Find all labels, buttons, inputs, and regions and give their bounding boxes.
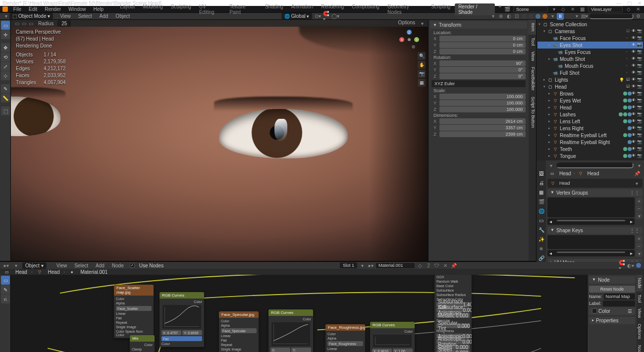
node-name-input[interactable]: Normal Map [604,294,635,300]
filter-icon[interactable]: ⚙ [635,13,642,20]
gizmo-toggle-icon[interactable]: ⊕ [497,13,504,20]
viewlayer-new-icon[interactable]: ◇ [625,6,632,13]
proptab-viewlayer[interactable]: ▦ [537,188,546,197]
ne-side-header[interactable]: ▼Node [589,276,635,284]
tree-cam-fullshot[interactable]: 📹Full Shot◦👁📷 [537,69,643,76]
dim-y-input[interactable]: 3357 cm [439,125,526,131]
vg-header[interactable]: ▼Vertex Groups⋮⋮ [547,189,643,197]
tree-cam-eyesfocus[interactable]: 📹Eyes Focus◦👁📷 [537,49,643,55]
transform-panel-header[interactable]: ▼ Transform [430,21,527,29]
gizmo-neg-icon[interactable] [412,45,415,49]
rotation-mode-selector[interactable]: XYZ Euler [431,80,526,87]
node-rgb-curve-1[interactable]: RGB Curves Color X: 0.4757Y: 0.8935 Fac … [160,292,204,347]
rot-y-input[interactable]: 0° [439,67,526,73]
tree-cam-mouthfocus[interactable]: 📹Mouth Focus◦👁📷 [537,62,643,69]
xray-icon[interactable]: ⊡ [513,13,520,20]
tree-cam-mouthshot[interactable]: ▸📹Mouth Shot◦👁📷 [537,55,643,62]
material-shading-icon[interactable] [536,14,540,19]
ne-side-props[interactable]: ▸Properties [589,317,635,324]
proptab-render[interactable]: 🖼 [537,169,546,178]
node-editor-type-icon[interactable]: ●▾ [2,262,9,269]
viewlayer-delete-icon[interactable]: ✕ [635,6,642,13]
node-canvas[interactable]: Face_Scatter map.jpg Color Alpha Face_Sc… [11,275,587,352]
scene-browse-icon[interactable]: ▾ [550,6,557,13]
props-type-icon[interactable]: ▾ [547,162,554,169]
viewlayer-icon[interactable]: ▦ [579,6,586,13]
scene-name-input[interactable] [513,6,548,12]
3d-viewport[interactable]: ▭ ▭ ▭ Radius 25 Options ▾ Camera Perspec… [11,20,428,261]
tree-lensleft[interactable]: ▸▽Lens Left👁📷 [537,118,643,125]
node-rgb-curve-2[interactable]: RGB Curves Color X:Y: Fac [268,309,313,352]
pin-icon[interactable]: 📌 [634,170,641,177]
options-button[interactable]: Options [398,20,415,27]
node-scatter-tex[interactable]: Face_Scatter map.jpg Color Alpha Face_Sc… [114,285,154,338]
options-dropdown-icon[interactable]: ▾ [419,20,426,27]
ne-view[interactable]: View [54,262,70,269]
proptab-physics[interactable]: ⚛ [537,244,546,253]
rot-z-input[interactable]: 0° [439,73,526,79]
material-new-icon[interactable]: ✕ [442,262,449,269]
tree-eyeball-left[interactable]: ▸▽Realtime Eyeball Left👁📷 [537,132,643,139]
node-object-selector[interactable]: Object ▾ [22,262,47,269]
ne-snap-icon[interactable]: 🧲▾ [619,262,626,269]
sk-header[interactable]: ▼Shape Keys⋮⋮ [547,227,643,234]
node-mix[interactable]: Mix Color Clamp Fac 0.500 Color1 Color2 [130,335,155,352]
proptab-scene[interactable]: 🎬 [537,197,546,206]
scene-delete-icon[interactable]: ✕ [569,6,576,13]
editor-type-icon[interactable]: ▾ [2,13,9,20]
vg-remove-icon[interactable]: − [636,205,643,212]
maximize-icon[interactable]: ▢ [627,0,632,6]
sk-list[interactable] [547,235,635,249]
camera-view-icon[interactable]: 📷 [418,70,426,78]
ws-rendershade[interactable]: Render / Shade [455,3,495,15]
rot-x-input[interactable]: 90° [439,60,526,66]
scene-icon[interactable]: 🎬 [504,6,511,13]
ws-texpaint[interactable]: Texture Paint [226,3,261,15]
ne-tab-tool[interactable]: Tool [637,292,643,306]
scale-x-input[interactable]: 100.000 [439,94,526,100]
gizmo-z-icon[interactable]: Z [407,30,412,35]
perspective-icon[interactable]: ▦ [418,79,426,87]
menu-window[interactable]: Window [65,6,89,12]
ws-sculpting[interactable]: Sculpting [167,3,195,15]
hdr-add[interactable]: Add [97,13,111,19]
minimize-icon[interactable]: — [616,0,621,6]
ne-tab-options[interactable]: Options [637,321,643,342]
tool-preset3-icon[interactable]: ▭ [27,20,34,27]
n-tab-fb[interactable]: FaceBuilder [529,64,536,94]
overlays-toggle-icon[interactable]: ◐ [505,13,512,20]
tool-preset2-icon[interactable]: ▭ [20,20,27,27]
reset-node-button[interactable]: Reset Node [589,286,635,293]
tree-tongue[interactable]: ▸▽Tongue👁📷 [537,152,643,159]
tree-lensright[interactable]: ▸▽Lens Right👁📷 [537,125,643,132]
outliner-search-input[interactable] [589,13,634,19]
material-icon[interactable]: ●▾ [367,262,374,269]
material-fake-icon[interactable]: 🛡 [433,262,440,269]
outliner-type-icon[interactable]: ▾ [573,13,580,20]
ws-script[interactable]: Scripting [428,3,454,15]
loc-x-input[interactable]: 0 cm [439,36,526,42]
overlay-icon[interactable]: ▾ [489,13,496,20]
menu-file[interactable]: File [10,6,24,12]
tree-head-mesh[interactable]: ▸▽Head👁📷 [537,104,643,111]
pause-render-icon[interactable]: ⏸ [557,13,564,20]
node-specular-tex[interactable]: Face_Specular.jpg Color Alpha Face_Specu… [219,311,259,352]
transform-tool[interactable]: ⊹ [1,71,10,80]
move-tool[interactable]: ✥ [1,43,10,52]
pivot-icon[interactable]: ⊙▾ [314,13,321,20]
close-icon[interactable]: ✕ [638,0,642,6]
pan-icon[interactable]: ✋ [418,61,426,69]
n-tab-item[interactable]: Item [529,20,536,35]
proptab-output[interactable]: 🖨 [537,178,546,187]
tree-cam-eyesshot[interactable]: ▸📹Eyes Shot◦👁📷 [537,42,643,49]
datablock-browse-icon[interactable]: ▾ [633,180,640,187]
cursor-tool[interactable]: ✛ [1,30,10,39]
slot-dropdown-icon[interactable]: ▾ [359,262,366,269]
shading-options-icon[interactable]: ▾ [549,13,556,20]
object-name-input[interactable]: Head [559,181,631,186]
n-tab-tool[interactable]: Tool [529,35,536,49]
ne-select[interactable]: Select [71,262,91,269]
vg-add-icon[interactable]: + [636,198,643,204]
loc-z-input[interactable]: 0 cm [439,49,526,54]
material-browse-icon[interactable]: ◇ [417,262,424,269]
